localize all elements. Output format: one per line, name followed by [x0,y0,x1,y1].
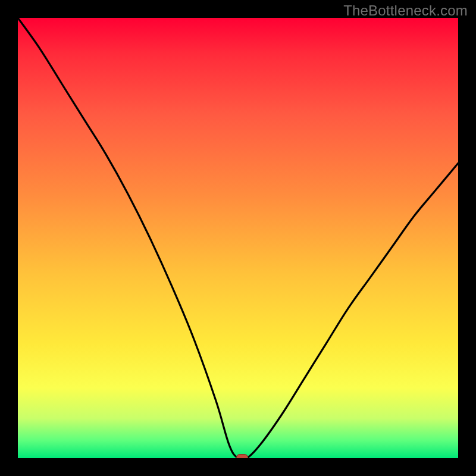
plot-area [18,18,458,458]
chart-frame: TheBottleneck.com [0,0,476,476]
optimal-point-marker [236,454,248,458]
watermark-text: TheBottleneck.com [343,2,468,19]
bottleneck-curve [18,18,458,458]
